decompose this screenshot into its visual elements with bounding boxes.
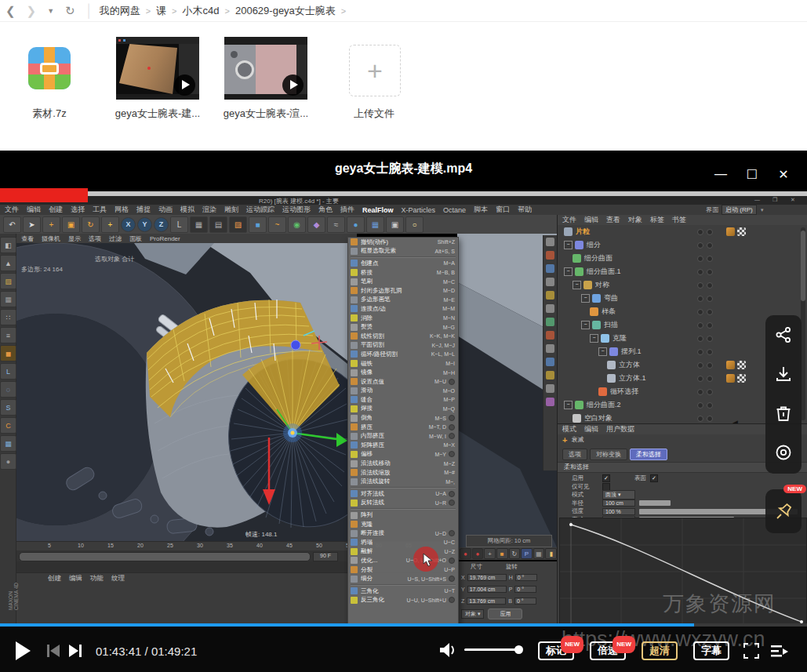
menu-item[interactable]: 工具 <box>93 205 107 215</box>
texture-mode-icon[interactable]: ▨ <box>0 273 16 289</box>
menu-item[interactable]: 查看 <box>21 234 34 243</box>
axis-z-lock[interactable]: Z <box>154 217 169 232</box>
palette-icon[interactable] <box>546 358 554 366</box>
options-dot-icon[interactable] <box>449 499 455 506</box>
object-tree-item[interactable]: −细分曲面.1 <box>558 265 807 278</box>
context-menu-item[interactable]: 反转法线U~R <box>348 499 458 508</box>
visibility-dots[interactable] <box>697 349 713 355</box>
visibility-dots[interactable] <box>697 282 713 289</box>
rotation-field[interactable]: 0 ° <box>514 598 536 605</box>
next-episode-button[interactable] <box>67 644 83 658</box>
value-field[interactable]: 100 % <box>602 508 635 515</box>
visibility-dots[interactable] <box>697 362 713 369</box>
options-dot-icon[interactable] <box>449 424 455 430</box>
upload-button[interactable]: + <box>349 45 401 96</box>
menu-item[interactable]: 脚本 <box>474 205 488 215</box>
forward-icon[interactable]: ❯ <box>27 4 37 18</box>
animation-icon[interactable]: + <box>484 548 496 559</box>
axis-y-lock[interactable]: Y <box>137 217 152 232</box>
video-thumbnail-2[interactable] <box>224 37 307 100</box>
attribute-tab[interactable]: 对称变换 <box>590 449 627 460</box>
download-icon[interactable] <box>765 354 802 394</box>
expand-icon[interactable]: − <box>564 401 573 409</box>
palette-icon[interactable] <box>546 264 554 273</box>
context-menu-item[interactable]: 融解U~Z <box>348 547 458 557</box>
progress-track[interactable] <box>0 623 807 627</box>
volume-icon[interactable]: ● <box>347 216 365 233</box>
quality-button[interactable]: 超清 <box>642 641 678 660</box>
animation-icon[interactable]: ● <box>472 548 484 559</box>
menu-item[interactable]: 纹理 <box>111 574 125 583</box>
visibility-dots[interactable] <box>697 269 713 275</box>
menu-item[interactable]: 编辑 <box>27 205 41 215</box>
size-field[interactable]: 13.769 cm <box>467 598 506 605</box>
palette-icon[interactable] <box>546 291 554 300</box>
apply-button[interactable]: 应用 <box>488 608 522 619</box>
menu-item[interactable]: 显示 <box>68 234 81 243</box>
menu-item[interactable]: 选择 <box>71 205 85 215</box>
expand-icon[interactable]: − <box>581 294 590 303</box>
menu-item[interactable]: 编辑 <box>584 424 598 434</box>
context-menu-item[interactable]: 沿法线移动M~Z <box>348 459 458 468</box>
checkbox[interactable]: ✓ <box>602 474 610 482</box>
axis-x-lock[interactable]: X <box>121 217 136 232</box>
attribute-tab[interactable]: 选项 <box>562 449 587 460</box>
texture-tags[interactable] <box>726 374 746 383</box>
context-menu-item[interactable]: 框显选取元素Alt+S, S <box>348 247 458 256</box>
palette-icon[interactable] <box>546 398 554 406</box>
menu-item[interactable]: 角色 <box>318 205 333 215</box>
play-overlay-icon[interactable] <box>174 74 195 96</box>
dropdown[interactable]: 圆顶 ▾ <box>602 490 635 499</box>
menu-item[interactable]: 对象 <box>628 215 642 225</box>
file-name[interactable]: 素材.7z <box>14 107 85 121</box>
render-settings-icon[interactable]: ▨ <box>229 216 247 233</box>
animation-icon[interactable]: P <box>521 548 533 559</box>
menu-item[interactable]: 网格 <box>115 205 129 215</box>
menu-item[interactable]: 运动图形 <box>282 205 311 215</box>
context-menu-item[interactable]: 设置点值M~U <box>348 377 458 387</box>
coords-icon[interactable]: L <box>0 363 16 380</box>
options-dot-icon[interactable] <box>449 433 455 439</box>
options-dot-icon[interactable] <box>449 558 455 564</box>
context-menu-item[interactable]: 连接点/边M~M <box>348 304 458 314</box>
context-menu-item[interactable]: 缝合M~P <box>348 395 458 405</box>
expand-icon[interactable]: − <box>590 334 598 343</box>
menu-item[interactable]: 编辑 <box>584 215 598 225</box>
visibility-dots[interactable] <box>697 336 713 342</box>
close-button[interactable]: ✕ <box>772 167 794 182</box>
deformer-icon[interactable]: ◆ <box>307 216 325 233</box>
context-menu-item[interactable]: 坍塌U~C <box>348 538 458 547</box>
context-menu-item[interactable]: 阵列 <box>348 510 458 520</box>
playlist-button[interactable] <box>770 643 789 659</box>
coordinate-row[interactable]: Y17.004 cmP0 ° <box>458 583 557 595</box>
coordinate-row[interactable]: X19.769 cmH0 ° <box>458 572 557 583</box>
options-dot-icon[interactable] <box>449 415 455 421</box>
previous-episode-button[interactable] <box>45 644 61 658</box>
options-dot-icon[interactable] <box>449 451 455 457</box>
options-dot-icon[interactable] <box>449 576 455 582</box>
c4d-interface-selector[interactable]: 界面 启动 (RP) ▼ <box>706 205 807 215</box>
menu-item[interactable]: 雕刻 <box>224 205 238 215</box>
volume-icon[interactable] <box>439 641 458 659</box>
menu-item[interactable]: 用户数据 <box>606 424 634 434</box>
animation-icon[interactable]: ▮ <box>545 548 557 559</box>
menu-item[interactable]: 插件 <box>340 205 354 215</box>
size-field[interactable]: 19.769 cm <box>467 574 507 581</box>
coords-mode-dropdown[interactable]: 对象 ▾ <box>461 609 484 619</box>
context-menu-item[interactable]: 细分U~S, U~Shift+S <box>348 574 458 583</box>
simulate-icon[interactable]: ≈ <box>327 216 345 233</box>
coordinate-row[interactable]: Z13.769 cmB0 ° <box>458 595 557 607</box>
file-name[interactable]: geya女士腕表-建... <box>108 107 207 121</box>
expand-icon[interactable]: − <box>564 267 573 276</box>
speed-button[interactable]: 倍速NEW <box>590 641 626 660</box>
context-menu-item[interactable]: 对齐法线U~A <box>348 489 458 499</box>
pin-icon[interactable] <box>775 502 794 521</box>
camera-icon[interactable]: ▣ <box>386 216 404 233</box>
menu-item[interactable]: 捕捉 <box>136 205 151 215</box>
c4d-maximize-icon[interactable]: ❐ <box>772 197 777 203</box>
lock-icon[interactable]: ● <box>0 453 16 470</box>
menu-item[interactable]: 查看 <box>606 215 620 225</box>
palette-icon[interactable] <box>546 304 554 313</box>
file-name[interactable]: geya女士腕表-渲... <box>216 107 315 121</box>
primitive-cube-icon[interactable]: ■ <box>249 216 267 233</box>
